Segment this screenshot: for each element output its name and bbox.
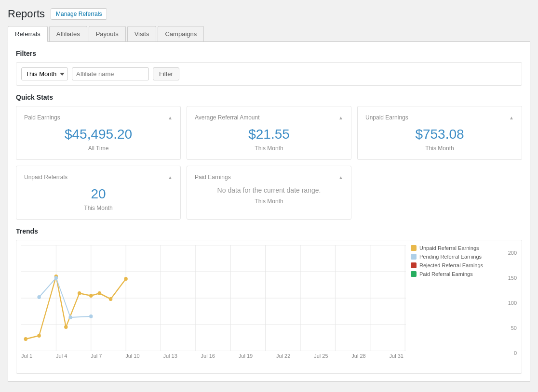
x-label-jul28: Jul 28: [351, 353, 365, 359]
stat-card-avg-referral: Average Referral Amount ▲ $21.55 This Mo…: [187, 106, 351, 160]
arrow-icon-1: ▲: [168, 115, 173, 120]
svg-point-17: [37, 334, 40, 338]
x-label-jul1: Jul 1: [21, 353, 32, 359]
filters-section-title: Filters: [16, 50, 522, 57]
stat-label-paid-earnings: Paid Earnings: [24, 114, 60, 121]
svg-point-24: [124, 277, 127, 281]
manage-referrals-button[interactable]: Manage Referrals: [51, 8, 107, 20]
y-label-0: 0: [508, 350, 517, 356]
stat-value-unpaid-earnings: $753.08: [365, 127, 514, 142]
tabs-nav: Referrals Affiliates Payouts Visits Camp…: [8, 26, 530, 42]
legend-dot-pending: [411, 254, 417, 260]
x-label-jul13: Jul 13: [163, 353, 177, 359]
y-label-50: 50: [508, 325, 517, 331]
filters-row: This Month Last Month This Year All Time…: [16, 62, 522, 86]
legend-dot-unpaid: [411, 245, 417, 251]
y-label-100: 100: [508, 300, 517, 306]
page-title: Reports: [8, 8, 45, 20]
period-select[interactable]: This Month Last Month This Year All Time: [21, 67, 68, 80]
arrow-icon-4: ▲: [168, 175, 173, 180]
stat-card-unpaid-earnings: Unpaid Earnings ▲ $753.08 This Month: [357, 106, 522, 160]
x-label-jul22: Jul 22: [276, 353, 290, 359]
stat-no-data-text: No data for the current date range.: [195, 186, 343, 194]
stat-value-avg-referral: $21.55: [195, 127, 343, 142]
filter-button[interactable]: Filter: [153, 67, 179, 80]
y-label-150: 150: [508, 275, 517, 281]
chart-legend: Unpaid Referral Earnings Pending Referra…: [406, 245, 493, 351]
stat-label-avg-referral: Average Referral Amount: [195, 114, 260, 121]
svg-point-28: [89, 314, 93, 318]
stat-value-unpaid-referrals: 20: [24, 186, 173, 202]
stat-value-paid-earnings: $45,495.20: [24, 127, 173, 142]
svg-point-20: [78, 291, 81, 295]
stat-period-avg-referral: This Month: [195, 145, 343, 152]
legend-item-paid: Paid Referral Earnings: [411, 271, 493, 277]
legend-label-paid: Paid Referral Earnings: [419, 271, 473, 277]
empty-stat-slot: [357, 166, 522, 220]
svg-point-26: [54, 276, 58, 280]
x-label-jul19: Jul 19: [239, 353, 253, 359]
arrow-icon-3: ▲: [509, 115, 514, 120]
legend-item-unpaid: Unpaid Referral Earnings: [411, 245, 493, 251]
stat-label-unpaid-earnings: Unpaid Earnings: [365, 114, 408, 121]
stats-row-2: Unpaid Referrals ▲ 20 This Month Paid Ea…: [16, 166, 522, 220]
arrow-icon-2: ▲: [338, 115, 343, 120]
stat-label-unpaid-referrals: Unpaid Referrals: [24, 174, 67, 181]
y-axis: 200 150 100 50 0: [508, 250, 517, 356]
legend-label-unpaid: Unpaid Referral Earnings: [419, 245, 479, 251]
legend-item-rejected: Rejected Referral Earnings: [411, 262, 493, 268]
svg-point-19: [64, 325, 67, 329]
svg-point-27: [68, 315, 72, 319]
svg-point-25: [37, 295, 40, 299]
tab-visits[interactable]: Visits: [127, 26, 157, 41]
svg-point-22: [98, 291, 101, 295]
stat-card-paid-earnings-2: Paid Earnings ▲ No data for the current …: [187, 166, 351, 220]
legend-item-pending: Pending Referral Earnings: [411, 254, 493, 260]
trends-title: Trends: [16, 227, 522, 235]
stat-period-paid-earnings: All Time: [24, 145, 173, 152]
tab-referrals[interactable]: Referrals: [8, 26, 48, 42]
legend-dot-paid: [411, 271, 417, 277]
tab-campaigns[interactable]: Campaigns: [158, 26, 204, 41]
legend-label-pending: Pending Referral Earnings: [419, 254, 482, 260]
x-label-jul10: Jul 10: [125, 353, 139, 359]
y-label-200: 200: [508, 250, 517, 256]
svg-point-16: [24, 337, 27, 341]
x-label-jul31: Jul 31: [390, 353, 404, 359]
stat-label-paid-earnings-2: Paid Earnings: [195, 174, 231, 181]
chart-svg-area: [21, 245, 406, 351]
trends-section: Trends: [16, 227, 522, 374]
x-label-jul16: Jul 16: [201, 353, 215, 359]
stat-card-paid-earnings: Paid Earnings ▲ $45,495.20 All Time: [16, 106, 181, 160]
legend-label-rejected: Rejected Referral Earnings: [419, 262, 483, 268]
stat-period-unpaid-referrals: This Month: [24, 205, 173, 211]
tab-payouts[interactable]: Payouts: [89, 26, 126, 41]
affiliate-name-input[interactable]: [72, 67, 149, 80]
svg-point-21: [89, 294, 93, 298]
quick-stats-title: Quick Stats: [16, 93, 522, 101]
svg-point-23: [109, 297, 112, 301]
x-axis: Jul 1 Jul 4 Jul 7 Jul 10 Jul 13 Jul 16 J…: [21, 351, 493, 359]
arrow-icon-5: ▲: [338, 175, 343, 180]
stat-period-paid-earnings-2: This Month: [195, 198, 343, 205]
stat-period-unpaid-earnings: This Month: [365, 145, 514, 152]
x-label-jul4: Jul 4: [56, 353, 67, 359]
legend-dot-rejected: [411, 262, 417, 268]
stats-row-1: Paid Earnings ▲ $45,495.20 All Time Aver…: [16, 106, 522, 160]
stat-card-unpaid-referrals: Unpaid Referrals ▲ 20 This Month: [16, 166, 181, 220]
chart-container: Unpaid Referral Earnings Pending Referra…: [16, 240, 522, 374]
x-label-jul25: Jul 25: [314, 353, 328, 359]
tab-affiliates[interactable]: Affiliates: [49, 26, 87, 41]
x-label-jul7: Jul 7: [91, 353, 102, 359]
